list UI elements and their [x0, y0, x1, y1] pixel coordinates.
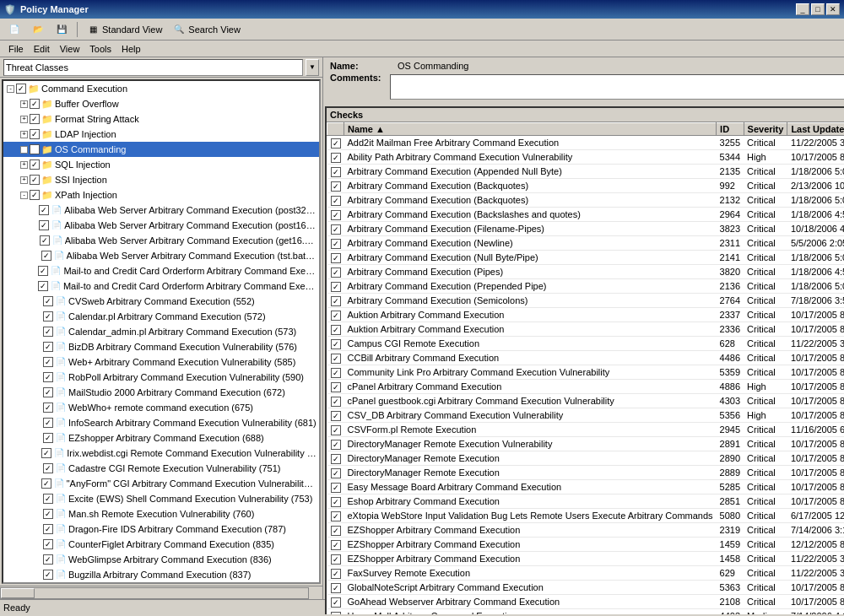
- row-checkbox[interactable]: ✓: [331, 224, 341, 235]
- tree-checkbox[interactable]: [30, 129, 40, 139]
- table-row[interactable]: ✓Arbitrary Command Execution (Backslashe…: [327, 208, 845, 222]
- row-checkbox[interactable]: ✓: [331, 354, 341, 364]
- tree-item[interactable]: 📄Bugzilla Arbitrary Command Execution (8…: [3, 567, 319, 582]
- tree-item[interactable]: 📄RobPoll Arbitrary Command Execution Vul…: [3, 370, 319, 385]
- tree-item[interactable]: 📄CounterFiglet Arbitrary Command Executi…: [3, 537, 319, 552]
- table-row[interactable]: ✓GoAhead Webserver Arbitrary Command Exe…: [327, 595, 845, 609]
- tree-item[interactable]: 📄Calendar_admin.pl Arbitrary Command Exe…: [3, 324, 319, 339]
- tree-checkbox[interactable]: [43, 372, 53, 382]
- tree-checkbox[interactable]: [30, 190, 40, 200]
- tree-checkbox[interactable]: [43, 403, 53, 413]
- row-checkbox[interactable]: ✓: [331, 282, 341, 292]
- table-row[interactable]: ✓Ability Path Arbitrary Command Executio…: [327, 150, 845, 165]
- tree-checkbox[interactable]: [38, 281, 48, 291]
- table-row[interactable]: ✓EZShopper Arbitrary Command Execution23…: [327, 523, 845, 538]
- row-checkbox[interactable]: ✓: [331, 526, 341, 536]
- table-row[interactable]: ✓Arbitrary Command Execution (Backquotes…: [327, 193, 845, 208]
- tree-item[interactable]: 📄InfoSearch Arbitrary Command Execution …: [3, 415, 319, 430]
- tree-container[interactable]: -📁Command Execution+📁Buffer Overflow+📁Fo…: [2, 79, 321, 584]
- table-row[interactable]: ✓cPanel guestbook.cgi Arbitrary Command …: [327, 394, 845, 408]
- row-checkbox[interactable]: ✓: [331, 311, 341, 321]
- row-checkbox[interactable]: ✓: [331, 397, 341, 407]
- tree-checkbox[interactable]: [43, 418, 53, 428]
- tree-checkbox[interactable]: [38, 266, 48, 276]
- row-checkbox[interactable]: ✓: [331, 382, 341, 392]
- table-row[interactable]: ✓CSV_DB Arbitrary Command Execution Vuln…: [327, 408, 845, 423]
- menu-file[interactable]: File: [3, 41, 29, 56]
- table-row[interactable]: ✓DirectoryManager Remote Execution2889Cr…: [327, 466, 845, 480]
- tree-item[interactable]: 📄Alibaba Web Server Arbitrary Command Ex…: [3, 203, 319, 218]
- tree-item[interactable]: +📁Format String Attack: [3, 111, 319, 127]
- table-row[interactable]: ✓CCBill Arbitrary Command Execution4486C…: [327, 351, 845, 365]
- tree-item[interactable]: 📄CVSweb Arbitrary Command Execution (552…: [3, 294, 319, 309]
- tree-item[interactable]: 📄Calendar.pl Arbitrary Command Execution…: [3, 309, 319, 324]
- tree-checkbox[interactable]: [43, 509, 53, 519]
- row-checkbox[interactable]: ✓: [331, 239, 341, 249]
- tree-checkbox[interactable]: [43, 311, 53, 322]
- col-header-updated[interactable]: Last Updated: [787, 123, 844, 136]
- tree-checkbox[interactable]: [16, 84, 26, 94]
- tree-item[interactable]: 📄Irix.webdist.cgi Remote Command Executi…: [3, 446, 319, 461]
- tree-checkbox[interactable]: [40, 235, 50, 246]
- table-row[interactable]: ✓Arbitrary Command Execution (Null Byte/…: [327, 251, 845, 265]
- row-checkbox[interactable]: ✓: [331, 267, 341, 278]
- table-row[interactable]: ✓Community Link Pro Arbitrary Command Ex…: [327, 365, 845, 380]
- col-header-id[interactable]: ID: [717, 123, 744, 136]
- checks-table[interactable]: Name ▲ ID Severity Last Updated ✓Add2it …: [327, 122, 844, 614]
- tree-item[interactable]: -📁XPath Injection: [3, 187, 319, 203]
- tree-checkbox[interactable]: [30, 175, 40, 185]
- tree-checkbox[interactable]: [43, 387, 53, 397]
- tree-item[interactable]: 📄Web+ Arbitrary Command Execution Vulner…: [3, 354, 319, 370]
- tree-item[interactable]: 📄"AnyForm" CGI Arbitrary Command Executi…: [3, 476, 319, 491]
- table-row[interactable]: ✓EZShopper Arbitrary Command Execution14…: [327, 538, 845, 552]
- tree-item[interactable]: -📁Command Execution: [3, 81, 319, 96]
- col-header-severity[interactable]: Severity: [744, 123, 787, 136]
- row-checkbox[interactable]: ✓: [331, 138, 341, 149]
- row-checkbox[interactable]: ✓: [331, 411, 341, 421]
- tree-item[interactable]: +📁SSI Injection: [3, 172, 319, 187]
- table-row[interactable]: ✓DirectoryManager Remote Execution Vulne…: [327, 437, 845, 451]
- row-checkbox[interactable]: ✓: [331, 425, 341, 435]
- table-row[interactable]: ✓Eshop Arbitrary Command Execution2851Cr…: [327, 494, 845, 509]
- table-row[interactable]: ✓Auktion Arbitrary Command Execution2337…: [327, 308, 845, 322]
- tree-item[interactable]: 📄Man.sh Remote Execution Vulnerability (…: [3, 506, 319, 521]
- minimize-button[interactable]: _: [796, 3, 809, 15]
- horizontal-scrollbar[interactable]: [0, 587, 309, 599]
- table-row[interactable]: ✓EZShopper Arbitrary Command Execution14…: [327, 552, 845, 566]
- col-header-name[interactable]: Name ▲: [344, 123, 717, 136]
- table-row[interactable]: ✓Campus CGI Remote Execution628Critical1…: [327, 337, 845, 351]
- tree-checkbox[interactable]: [43, 539, 53, 549]
- table-row[interactable]: ✓Auktion Arbitrary Command Execution2336…: [327, 322, 845, 337]
- row-checkbox[interactable]: ✓: [331, 339, 341, 349]
- tree-expand-icon[interactable]: -: [20, 192, 28, 199]
- tree-item[interactable]: 📄Alibaba Web Server Arbitrary Command Ex…: [3, 233, 319, 248]
- tree-checkbox[interactable]: [43, 570, 53, 580]
- dropdown-arrow-icon[interactable]: ▼: [306, 59, 319, 76]
- tree-checkbox[interactable]: [43, 463, 53, 473]
- row-checkbox[interactable]: ✓: [331, 253, 341, 263]
- row-checkbox[interactable]: ✓: [331, 440, 341, 450]
- tree-checkbox[interactable]: [43, 554, 53, 565]
- tree-checkbox[interactable]: [43, 357, 53, 367]
- tree-item[interactable]: 📄Alibaba Web Server Arbitrary Command Ex…: [3, 248, 319, 263]
- tree-item[interactable]: 📄Excite (EWS) Shell Command Execution Vu…: [3, 491, 319, 506]
- tree-item[interactable]: 📄Cadastre CGI Remote Execution Vulnerabi…: [3, 461, 319, 476]
- comments-textarea[interactable]: [390, 74, 844, 100]
- tree-checkbox[interactable]: [41, 478, 51, 489]
- row-checkbox[interactable]: ✓: [331, 483, 341, 493]
- tree-checkbox[interactable]: [30, 114, 40, 124]
- table-row[interactable]: ✓GlobalNoteScript Arbitrary Command Exec…: [327, 581, 845, 595]
- tree-expand-icon[interactable]: -: [20, 146, 28, 154]
- close-button[interactable]: ✕: [826, 3, 840, 15]
- row-checkbox[interactable]: ✓: [331, 454, 341, 464]
- tree-checkbox[interactable]: [43, 342, 53, 352]
- row-checkbox[interactable]: ✓: [331, 583, 341, 593]
- menu-tools[interactable]: Tools: [84, 41, 116, 56]
- row-checkbox[interactable]: ✓: [331, 468, 341, 478]
- tree-item[interactable]: 📄WebWho+ remote command execution (675): [3, 400, 319, 415]
- tree-item[interactable]: -📁OS Commanding: [3, 142, 319, 157]
- tree-checkbox[interactable]: [41, 448, 51, 458]
- tree-item[interactable]: 📄WebGlimpse Arbitrary Command Execution …: [3, 552, 319, 567]
- tree-checkbox[interactable]: [43, 494, 53, 504]
- tree-item[interactable]: 📄EZshopper Arbitrary Command Execution (…: [3, 430, 319, 446]
